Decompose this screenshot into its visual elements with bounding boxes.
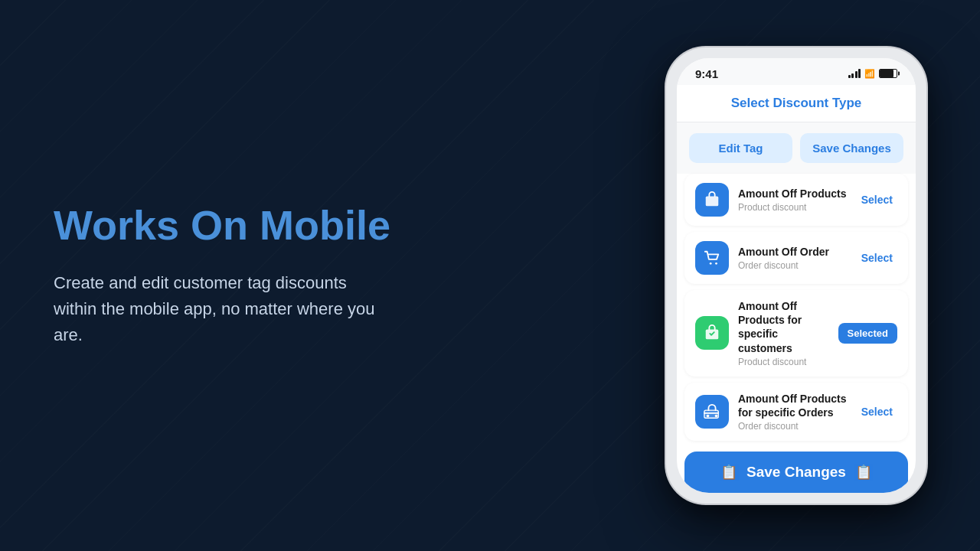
heading-accent: Mobile <box>260 202 390 248</box>
svg-point-2 <box>715 262 717 265</box>
discount-icon-products <box>695 183 729 217</box>
select-button-products[interactable]: Select <box>857 191 897 209</box>
svg-point-5 <box>707 415 710 418</box>
save-changes-bottom-button[interactable]: 📋 Save Changes 📋 <box>684 452 908 493</box>
list-item: Amount Off Products for specific custome… <box>684 290 908 377</box>
select-button-specific-orders[interactable]: Select <box>857 403 897 421</box>
save-changes-top-button[interactable]: Save Changes <box>800 133 903 163</box>
svg-rect-0 <box>706 196 719 206</box>
list-item: Amount Off Order Order discount Select <box>684 232 908 284</box>
main-description: Create and edit customer tag discounts w… <box>54 270 375 348</box>
app-header: Select Discount Type <box>677 85 916 122</box>
phone-wrapper: 9:41 📶 Select Discount Type Edit Tag <box>666 47 926 504</box>
phone-screen: 9:41 📶 Select Discount Type Edit Tag <box>677 58 916 493</box>
action-buttons-row: Edit Tag Save Changes <box>677 122 916 174</box>
select-button-order[interactable]: Select <box>857 249 897 267</box>
discount-info-products: Amount Off Products Product discount <box>738 187 848 213</box>
discount-list: Amount Off Products Product discount Sel… <box>677 174 916 441</box>
svg-point-6 <box>715 415 718 418</box>
discount-info-order: Amount Off Order Order discount <box>738 245 848 271</box>
discount-sub-specific-orders: Order discount <box>738 421 848 432</box>
list-item: Amount Off Products Product discount Sel… <box>684 174 908 226</box>
left-section: Works On Mobile Create and edit customer… <box>0 157 666 394</box>
list-item: Amount Off Products for specific Orders … <box>684 383 908 441</box>
discount-name-specific-customers: Amount Off Products for specific custome… <box>738 299 829 355</box>
selected-button-specific-customers[interactable]: Selected <box>838 323 897 344</box>
edit-tag-button[interactable]: Edit Tag <box>689 133 792 163</box>
status-bar: 9:41 📶 <box>677 58 916 85</box>
heading-plain: Works On <box>54 202 260 248</box>
wifi-icon: 📶 <box>864 69 875 79</box>
discount-info-specific-orders: Amount Off Products for specific Orders … <box>738 392 848 432</box>
signal-icon <box>848 69 861 78</box>
save-changes-bottom-label: Save Changes <box>746 464 846 481</box>
phone-shell: 9:41 📶 Select Discount Type Edit Tag <box>666 47 926 504</box>
discount-sub-order: Order discount <box>738 260 848 271</box>
save-icon-right: 📋 <box>855 464 872 481</box>
discount-icon-specific-customers <box>695 316 729 350</box>
discount-name-specific-orders: Amount Off Products for specific Orders <box>738 392 848 419</box>
status-time: 9:41 <box>695 67 718 80</box>
main-heading: Works On Mobile <box>54 203 620 248</box>
discount-icon-specific-orders <box>695 395 729 429</box>
svg-point-1 <box>710 262 712 265</box>
discount-info-specific-customers: Amount Off Products for specific custome… <box>738 299 829 367</box>
save-icon-left: 📋 <box>720 464 737 481</box>
battery-icon <box>879 69 897 78</box>
status-icons: 📶 <box>848 69 898 79</box>
discount-name-products: Amount Off Products <box>738 187 848 201</box>
screen-title: Select Discount Type <box>692 96 900 111</box>
discount-sub-specific-customers: Product discount <box>738 357 829 367</box>
discount-sub-products: Product discount <box>738 202 848 213</box>
discount-name-order: Amount Off Order <box>738 245 848 259</box>
discount-icon-order <box>695 241 729 275</box>
